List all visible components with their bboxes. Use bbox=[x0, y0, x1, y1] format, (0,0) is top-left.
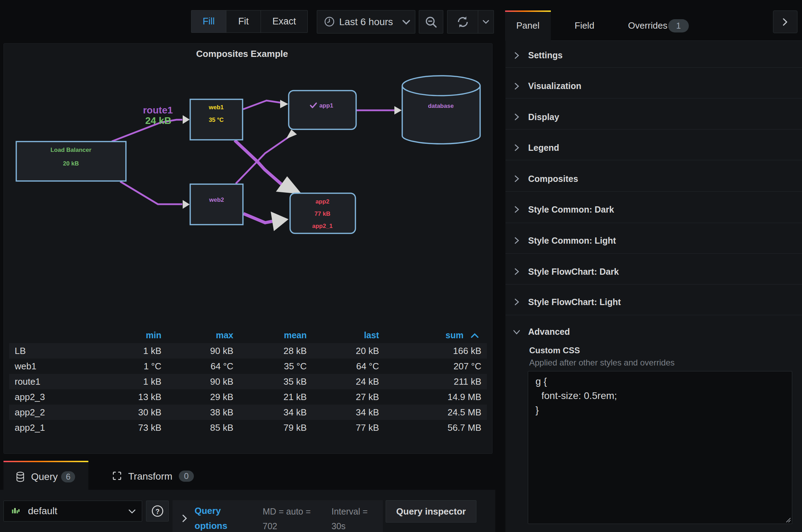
svg-text:web1: web1 bbox=[209, 104, 224, 111]
svg-text:web2: web2 bbox=[209, 197, 224, 203]
svg-text:app1: app1 bbox=[319, 102, 333, 109]
svg-text:app2_1: app2_1 bbox=[312, 223, 333, 229]
svg-text:24 kB: 24 kB bbox=[145, 115, 172, 126]
svg-text:77 kB: 77 kB bbox=[314, 210, 330, 217]
svg-text:?: ? bbox=[155, 508, 160, 515]
svg-text:35 °C: 35 °C bbox=[209, 117, 224, 123]
svg-text:Load Balancer: Load Balancer bbox=[50, 147, 92, 153]
svg-text:app2: app2 bbox=[315, 198, 329, 205]
svg-text:database: database bbox=[428, 103, 454, 109]
svg-text:20 kB: 20 kB bbox=[63, 160, 79, 167]
svg-text:route1: route1 bbox=[143, 105, 173, 116]
